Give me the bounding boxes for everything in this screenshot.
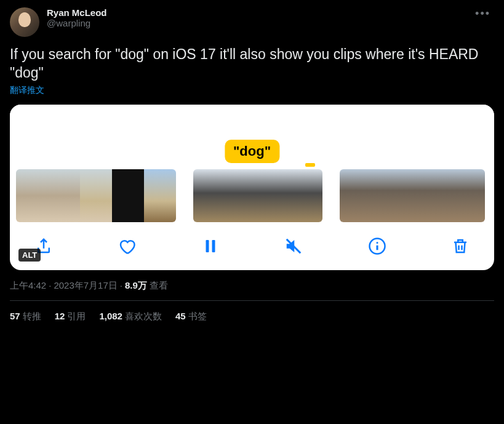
likes-stat[interactable]: 1,082喜欢次数 [99, 311, 162, 322]
quotes-stat[interactable]: 12引用 [55, 311, 86, 322]
translate-link[interactable]: 翻译推文 [10, 85, 44, 96]
mute-button[interactable] [283, 236, 304, 257]
display-name[interactable]: Ryan McLeod [47, 7, 471, 18]
clip-frame [461, 169, 485, 222]
trash-icon [451, 237, 470, 255]
delete-button[interactable] [450, 236, 471, 257]
clip-frame [279, 169, 322, 222]
pause-button[interactable] [200, 236, 221, 257]
clip-frame [340, 169, 364, 222]
svg-rect-0 [206, 240, 209, 252]
tweet-date[interactable]: 2023年7月17日 [54, 280, 117, 290]
clip-frame [236, 169, 279, 222]
clip-frame [16, 169, 48, 222]
clip-group[interactable] [16, 169, 176, 222]
tweet-header: Ryan McLeod @warpling ••• [10, 7, 494, 37]
media-toolbar [10, 222, 494, 262]
svg-point-5 [376, 242, 378, 244]
info-button[interactable] [367, 236, 388, 257]
views-count[interactable]: 8.9万 [125, 280, 147, 290]
avatar[interactable] [10, 7, 39, 37]
tweet-meta: 上午4:42·2023年7月17日·8.9万 查看 [10, 280, 494, 292]
svg-rect-1 [212, 240, 215, 252]
user-block: Ryan McLeod @warpling [47, 7, 471, 28]
clip-frame [388, 169, 412, 222]
clip-frame [112, 169, 144, 222]
clip-frame [436, 169, 460, 222]
video-timeline[interactable] [10, 163, 494, 222]
tweet-time[interactable]: 上午4:42 [10, 280, 46, 290]
speaker-muted-icon [284, 237, 303, 255]
clip-frame [193, 169, 236, 222]
clip-frame [364, 169, 388, 222]
retweets-stat[interactable]: 57转推 [10, 311, 41, 322]
timeline-marker [305, 163, 315, 167]
tweet-container: Ryan McLeod @warpling ••• If you search … [0, 0, 504, 330]
clip-group[interactable] [340, 169, 485, 222]
alt-badge[interactable]: ALT [18, 249, 41, 262]
like-button[interactable] [116, 236, 137, 257]
media-whitespace: "dog" [10, 105, 494, 163]
pause-icon [201, 237, 220, 255]
media-card[interactable]: "dog" [10, 105, 494, 270]
clip-frame [80, 169, 112, 222]
views-label: 查看 [150, 280, 168, 290]
tweet-text: If you search for "dog" on iOS 17 it'll … [10, 46, 494, 82]
clip-group[interactable] [193, 169, 322, 222]
user-handle[interactable]: @warpling [47, 18, 471, 28]
clip-frame [412, 169, 436, 222]
bookmarks-stat[interactable]: 45书签 [175, 311, 207, 322]
info-icon [368, 237, 386, 255]
clip-frame [48, 169, 80, 222]
stats-row: 57转推 12引用 1,082喜欢次数 45书签 [10, 301, 494, 322]
caption-bubble: "dog" [225, 140, 279, 163]
heart-icon [118, 237, 136, 255]
more-button[interactable]: ••• [471, 7, 494, 20]
clip-frame [144, 169, 176, 222]
